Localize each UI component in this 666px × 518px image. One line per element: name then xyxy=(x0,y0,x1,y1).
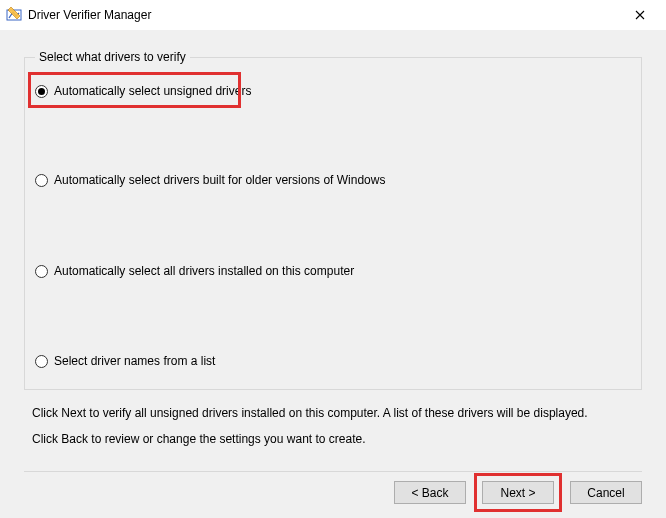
radio-unsigned-drivers[interactable]: Automatically select unsigned drivers xyxy=(35,84,251,98)
radio-select-from-list[interactable]: Select driver names from a list xyxy=(35,354,215,368)
titlebar: Driver Verifier Manager xyxy=(0,0,666,30)
back-button-wrap: < Back xyxy=(394,481,466,504)
help-text: Click Next to verify all unsigned driver… xyxy=(32,400,642,453)
back-button[interactable]: < Back xyxy=(394,481,466,504)
client-area: Select what drivers to verify Automatica… xyxy=(0,30,666,518)
radio-all-drivers[interactable]: Automatically select all drivers install… xyxy=(35,264,354,278)
radio-icon xyxy=(35,265,48,278)
close-icon xyxy=(635,10,645,20)
next-button[interactable]: Next > xyxy=(482,481,554,504)
app-icon xyxy=(6,7,22,23)
help-line-2: Click Back to review or change the setti… xyxy=(32,426,642,452)
close-button[interactable] xyxy=(620,0,660,30)
help-line-1: Click Next to verify all unsigned driver… xyxy=(32,400,642,426)
cancel-button[interactable]: Cancel xyxy=(570,481,642,504)
radio-label: Automatically select unsigned drivers xyxy=(54,84,251,98)
radio-icon xyxy=(35,85,48,98)
next-button-highlight: Next > xyxy=(474,473,562,512)
group-legend: Select what drivers to verify xyxy=(35,50,190,64)
radio-label: Select driver names from a list xyxy=(54,354,215,368)
window-title: Driver Verifier Manager xyxy=(28,8,620,22)
radio-older-windows-drivers[interactable]: Automatically select drivers built for o… xyxy=(35,173,385,187)
separator xyxy=(24,471,642,472)
radio-icon xyxy=(35,355,48,368)
cancel-button-wrap: Cancel xyxy=(570,481,642,504)
radio-label: Automatically select all drivers install… xyxy=(54,264,354,278)
driver-select-group: Select what drivers to verify Automatica… xyxy=(24,50,642,390)
radio-icon xyxy=(35,174,48,187)
button-row: < Back Next > Cancel xyxy=(394,473,642,512)
radio-label: Automatically select drivers built for o… xyxy=(54,173,385,187)
